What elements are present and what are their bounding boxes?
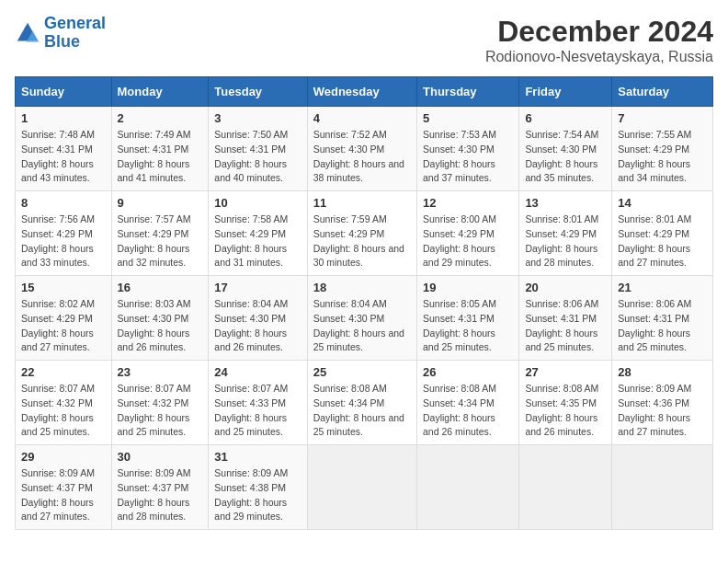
calendar-day-27: 27 Sunrise: 8:08 AM Sunset: 4:35 PM Dayl…	[519, 361, 612, 445]
calendar-week-2: 8 Sunrise: 7:56 AM Sunset: 4:29 PM Dayli…	[16, 191, 713, 276]
day-detail: Sunrise: 8:00 AM Sunset: 4:29 PM Dayligh…	[423, 213, 513, 270]
calendar-day-25: 25 Sunrise: 8:08 AM Sunset: 4:34 PM Dayl…	[307, 361, 416, 445]
calendar-day-22: 22 Sunrise: 8:07 AM Sunset: 4:32 PM Dayl…	[16, 361, 112, 445]
calendar-day-4: 4 Sunrise: 7:52 AM Sunset: 4:30 PM Dayli…	[307, 107, 416, 191]
day-number: 4	[313, 111, 411, 125]
logo-general: General	[44, 14, 106, 32]
day-number: 18	[313, 281, 411, 294]
page-header: General Blue December 2024 Rodionovo-Nes…	[15, 15, 713, 65]
header-sunday: Sunday	[16, 77, 112, 107]
day-detail: Sunrise: 8:02 AM Sunset: 4:29 PM Dayligh…	[21, 297, 106, 355]
day-number: 5	[423, 111, 513, 125]
title-section: December 2024 Rodionovo-Nesvetayskaya, R…	[485, 15, 713, 65]
calendar-week-1: 1 Sunrise: 7:48 AM Sunset: 4:31 PM Dayli…	[16, 107, 713, 191]
month-title: December 2024	[485, 15, 713, 49]
day-detail: Sunrise: 8:08 AM Sunset: 4:35 PM Dayligh…	[525, 382, 606, 440]
logo: General Blue	[15, 15, 106, 52]
calendar-week-4: 22 Sunrise: 8:07 AM Sunset: 4:32 PM Dayl…	[16, 361, 713, 445]
calendar-table: Sunday Monday Tuesday Wednesday Thursday…	[15, 76, 713, 530]
calendar-day-14: 14 Sunrise: 8:01 AM Sunset: 4:29 PM Dayl…	[612, 191, 713, 276]
day-detail: Sunrise: 7:52 AM Sunset: 4:30 PM Dayligh…	[313, 128, 411, 186]
day-detail: Sunrise: 8:05 AM Sunset: 4:31 PM Dayligh…	[423, 297, 513, 355]
empty-cell	[612, 445, 713, 530]
day-number: 22	[21, 365, 106, 379]
header-thursday: Thursday	[417, 77, 519, 107]
day-detail: Sunrise: 8:03 AM Sunset: 4:30 PM Dayligh…	[118, 297, 203, 355]
calendar-day-17: 17 Sunrise: 8:04 AM Sunset: 4:30 PM Dayl…	[209, 276, 307, 361]
day-number: 2	[118, 111, 203, 125]
day-detail: Sunrise: 7:53 AM Sunset: 4:30 PM Dayligh…	[423, 128, 513, 186]
day-number: 6	[525, 111, 606, 125]
calendar-day-19: 19 Sunrise: 8:05 AM Sunset: 4:31 PM Dayl…	[417, 276, 519, 361]
calendar-day-20: 20 Sunrise: 8:06 AM Sunset: 4:31 PM Dayl…	[519, 276, 612, 361]
day-detail: Sunrise: 7:48 AM Sunset: 4:31 PM Dayligh…	[21, 128, 106, 186]
header-friday: Friday	[519, 77, 612, 107]
calendar-day-2: 2 Sunrise: 7:49 AM Sunset: 4:31 PM Dayli…	[111, 107, 209, 191]
calendar-day-7: 7 Sunrise: 7:55 AM Sunset: 4:29 PM Dayli…	[612, 107, 713, 191]
calendar-day-6: 6 Sunrise: 7:54 AM Sunset: 4:30 PM Dayli…	[519, 107, 612, 191]
day-detail: Sunrise: 7:55 AM Sunset: 4:29 PM Dayligh…	[618, 128, 707, 186]
day-number: 13	[525, 196, 606, 210]
day-number: 20	[525, 281, 606, 294]
day-number: 8	[21, 196, 106, 210]
day-detail: Sunrise: 8:01 AM Sunset: 4:29 PM Dayligh…	[618, 213, 707, 270]
empty-cell	[307, 445, 416, 530]
calendar-day-16: 16 Sunrise: 8:03 AM Sunset: 4:30 PM Dayl…	[111, 276, 209, 361]
day-number: 29	[21, 450, 106, 464]
calendar-day-8: 8 Sunrise: 7:56 AM Sunset: 4:29 PM Dayli…	[16, 191, 112, 276]
day-detail: Sunrise: 7:59 AM Sunset: 4:29 PM Dayligh…	[313, 213, 411, 270]
logo-text: General Blue	[44, 15, 106, 52]
day-number: 10	[214, 196, 301, 210]
calendar-day-13: 13 Sunrise: 8:01 AM Sunset: 4:29 PM Dayl…	[519, 191, 612, 276]
day-detail: Sunrise: 8:07 AM Sunset: 4:32 PM Dayligh…	[21, 382, 106, 440]
day-detail: Sunrise: 7:49 AM Sunset: 4:31 PM Dayligh…	[118, 128, 203, 186]
day-number: 3	[214, 111, 301, 125]
day-detail: Sunrise: 7:57 AM Sunset: 4:29 PM Dayligh…	[118, 213, 203, 270]
calendar-day-15: 15 Sunrise: 8:02 AM Sunset: 4:29 PM Dayl…	[16, 276, 112, 361]
day-detail: Sunrise: 8:04 AM Sunset: 4:30 PM Dayligh…	[313, 297, 411, 355]
calendar-day-18: 18 Sunrise: 8:04 AM Sunset: 4:30 PM Dayl…	[307, 276, 416, 361]
calendar-day-31: 31 Sunrise: 8:09 AM Sunset: 4:38 PM Dayl…	[209, 445, 307, 530]
calendar-day-11: 11 Sunrise: 7:59 AM Sunset: 4:29 PM Dayl…	[307, 191, 416, 276]
day-number: 23	[118, 365, 203, 379]
day-detail: Sunrise: 8:09 AM Sunset: 4:37 PM Dayligh…	[118, 466, 203, 524]
calendar-day-24: 24 Sunrise: 8:07 AM Sunset: 4:33 PM Dayl…	[209, 361, 307, 445]
calendar-day-3: 3 Sunrise: 7:50 AM Sunset: 4:31 PM Dayli…	[209, 107, 307, 191]
day-number: 14	[618, 196, 707, 210]
empty-cell	[417, 445, 519, 530]
calendar-day-10: 10 Sunrise: 7:58 AM Sunset: 4:29 PM Dayl…	[209, 191, 307, 276]
day-detail: Sunrise: 8:01 AM Sunset: 4:29 PM Dayligh…	[525, 213, 606, 270]
calendar-day-1: 1 Sunrise: 7:48 AM Sunset: 4:31 PM Dayli…	[16, 107, 112, 191]
day-detail: Sunrise: 7:58 AM Sunset: 4:29 PM Dayligh…	[214, 213, 301, 270]
header-tuesday: Tuesday	[209, 77, 307, 107]
day-number: 12	[423, 196, 513, 210]
day-number: 17	[214, 281, 301, 294]
calendar-header-row: Sunday Monday Tuesday Wednesday Thursday…	[16, 77, 713, 107]
calendar-day-26: 26 Sunrise: 8:08 AM Sunset: 4:34 PM Dayl…	[417, 361, 519, 445]
day-number: 28	[618, 365, 707, 379]
calendar-day-30: 30 Sunrise: 8:09 AM Sunset: 4:37 PM Dayl…	[111, 445, 209, 530]
calendar-day-12: 12 Sunrise: 8:00 AM Sunset: 4:29 PM Dayl…	[417, 191, 519, 276]
day-detail: Sunrise: 8:06 AM Sunset: 4:31 PM Dayligh…	[618, 297, 707, 355]
header-wednesday: Wednesday	[307, 77, 416, 107]
day-number: 9	[118, 196, 203, 210]
day-number: 24	[214, 365, 301, 379]
day-number: 15	[21, 281, 106, 294]
day-detail: Sunrise: 7:54 AM Sunset: 4:30 PM Dayligh…	[525, 128, 606, 186]
header-saturday: Saturday	[612, 77, 713, 107]
day-detail: Sunrise: 7:56 AM Sunset: 4:29 PM Dayligh…	[21, 213, 106, 270]
calendar-day-21: 21 Sunrise: 8:06 AM Sunset: 4:31 PM Dayl…	[612, 276, 713, 361]
day-number: 21	[618, 281, 707, 294]
day-number: 30	[118, 450, 203, 464]
day-detail: Sunrise: 8:09 AM Sunset: 4:37 PM Dayligh…	[21, 466, 106, 524]
day-detail: Sunrise: 8:06 AM Sunset: 4:31 PM Dayligh…	[525, 297, 606, 355]
calendar-week-5: 29 Sunrise: 8:09 AM Sunset: 4:37 PM Dayl…	[16, 445, 713, 530]
location-title: Rodionovo-Nesvetayskaya, Russia	[485, 49, 713, 65]
logo-blue: Blue	[44, 33, 106, 52]
calendar-body: 1 Sunrise: 7:48 AM Sunset: 4:31 PM Dayli…	[16, 107, 713, 530]
day-number: 1	[21, 111, 106, 125]
calendar-day-28: 28 Sunrise: 8:09 AM Sunset: 4:36 PM Dayl…	[612, 361, 713, 445]
day-number: 11	[313, 196, 411, 210]
day-number: 16	[118, 281, 203, 294]
calendar-day-23: 23 Sunrise: 8:07 AM Sunset: 4:32 PM Dayl…	[111, 361, 209, 445]
